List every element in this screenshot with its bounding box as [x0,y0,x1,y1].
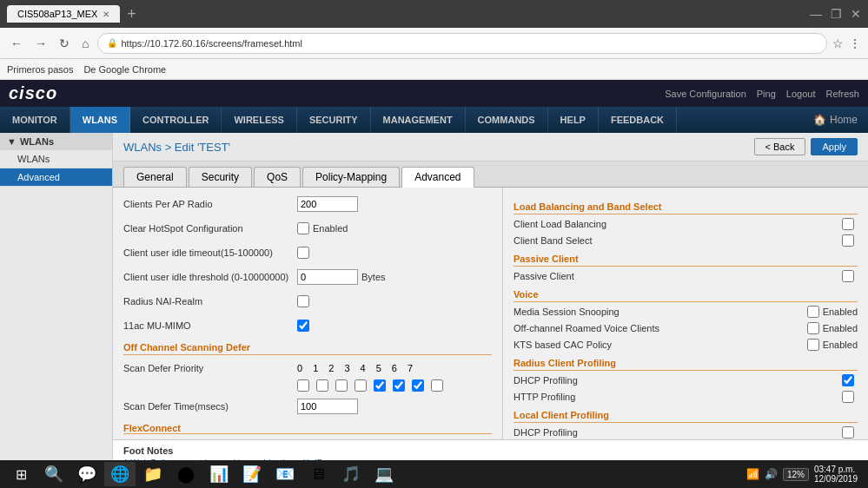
taskbar-search[interactable]: 🔍 [38,462,70,486]
logout-link[interactable]: Logout [786,89,816,99]
tab-close-icon[interactable]: ✕ [103,10,109,19]
scan-defer-0[interactable] [297,379,309,392]
breadcrumb-text: WLANs > Edit 'TEST' [123,141,230,154]
tab-qos[interactable]: QoS [254,167,301,187]
tab-policy-mapping[interactable]: Policy-Mapping [302,167,400,187]
taskbar-cortana[interactable]: 💬 [71,462,103,486]
http-profiling-row: HTTP Profiling [514,391,858,403]
scan-defer-priority-label: Scan Defer Priority [123,363,297,373]
scan-defer-time-row: Scan Defer Time(msecs) [123,397,492,416]
nav-help[interactable]: HELP [548,107,599,133]
mu-mimo-checkbox[interactable] [297,320,309,332]
scan-defer-3[interactable] [354,379,367,392]
off-channel-roamed-checkbox[interactable] [807,322,819,334]
media-session-snooping-row: Media Session Snooping Enabled [514,306,858,318]
nav-feedback[interactable]: FEEDBACK [599,107,677,133]
close-button[interactable]: ✕ [851,7,861,21]
new-tab-button[interactable]: + [127,5,136,23]
apply-button[interactable]: Apply [811,138,858,155]
browser-tab[interactable]: CIS508aP13_MEX ✕ [7,5,120,23]
bookmark-primeros[interactable]: Primeros pasos [7,64,73,75]
scan-defer-6[interactable] [412,379,424,392]
client-idle-checkbox[interactable] [297,247,309,259]
client-load-balancing-row: Client Load Balancing [514,218,858,230]
restore-button[interactable]: ❐ [831,7,842,21]
tab-security[interactable]: Security [189,167,252,187]
tab-advanced[interactable]: Advanced [401,167,474,188]
menu-icon[interactable]: ⋮ [849,36,861,50]
home-nav-button[interactable]: ⌂ [78,35,92,52]
radius-nai-row: Radius NAI-Realm [123,292,492,311]
save-configuration-link[interactable]: Save Configuration [665,89,746,99]
radius-nai-label: Radius NAI-Realm [123,296,297,307]
start-button[interactable]: ⊞ [3,462,38,486]
http-profiling-label: HTTP Profiling [514,392,842,402]
dhcp-profiling-row: DHCP Profiling [514,374,858,386]
clients-per-ap-input[interactable] [297,196,358,212]
local-dhcp-profiling-checkbox[interactable] [842,426,854,439]
taskbar-app6[interactable]: 💻 [368,462,400,486]
sidebar-group-wlans[interactable]: ▼ WLANs [0,133,112,150]
voice-header: Voice [514,289,858,302]
footnotes-header: Foot Notes [123,445,858,456]
dhcp-profiling-checkbox[interactable] [842,374,854,386]
back-button[interactable]: < Back [754,138,806,155]
passive-client-label: Passive Client [514,271,842,281]
taskbar-chrome[interactable]: ⬤ [170,462,202,486]
off-channel-roamed-label: Off-channel Roamed Voice Clients [514,323,807,333]
nav-monitor[interactable]: MONITOR [0,107,70,133]
http-profiling-checkbox[interactable] [842,391,854,403]
address-bar[interactable]: 🔒 https://10.172.60.16/screens/frameset.… [97,33,827,54]
sidebar-item-advanced[interactable]: Advanced [0,168,112,187]
main-body: WLANs > Edit 'TEST' < Back Apply General… [113,133,868,488]
cisco-header: cisco Save Configuration Ping Logout Ref… [0,80,868,107]
client-band-select-label: Client Band Select [514,235,842,246]
taskbar-app2[interactable]: 📝 [236,462,268,486]
star-icon[interactable]: ☆ [832,36,844,50]
client-band-select-checkbox[interactable] [842,234,854,247]
client-idle-threshold-input[interactable] [297,269,358,285]
battery-indicator: 12% [783,468,809,481]
nav-home[interactable]: 🏠 Home [803,114,868,126]
tab-general[interactable]: General [123,167,187,187]
kts-cac-checkbox[interactable] [807,339,819,351]
reload-button[interactable]: ↻ [56,35,73,52]
taskbar-explorer[interactable]: 📁 [137,462,169,486]
passive-client-checkbox[interactable] [842,270,854,282]
minimize-button[interactable]: — [810,7,822,21]
nav-wlans[interactable]: WLANs [70,107,130,133]
radius-nai-checkbox[interactable] [297,295,309,307]
tab-bar: General Security QoS Policy-Mapping Adva… [113,162,868,188]
scan-defer-time-input[interactable] [297,399,358,414]
sidebar: ▼ WLANs WLANs Advanced [0,133,113,488]
scan-defer-4[interactable] [374,379,386,392]
clients-per-ap-label: Clients Per AP Radio [123,199,297,209]
client-load-balancing-checkbox[interactable] [842,218,854,230]
sidebar-item-wlans[interactable]: WLANs [0,150,112,168]
bookmark-google-chrome[interactable]: De Google Chrome [83,64,166,75]
taskbar-app5[interactable]: 🎵 [335,462,367,486]
scan-defer-time-label: Scan Defer Time(msecs) [123,401,297,412]
nav-security[interactable]: SECURITY [297,107,371,133]
scan-defer-5[interactable] [393,379,405,392]
ping-link[interactable]: Ping [757,89,776,99]
nav-commands[interactable]: COMMANDS [466,107,548,133]
taskbar-browser[interactable]: 🌐 [104,462,136,486]
scan-defer-1[interactable] [316,379,328,392]
forward-nav-button[interactable]: → [31,35,50,52]
local-dhcp-profiling-row: DHCP Profiling [514,426,858,439]
clear-hotspot-checkbox[interactable] [297,222,309,234]
taskbar-app1[interactable]: 📊 [203,462,235,486]
cisco-nav: MONITOR WLANs CONTROLLER WIRELESS SECURI… [0,107,868,133]
scan-defer-7[interactable] [431,379,443,392]
media-session-checkbox[interactable] [807,306,819,318]
back-nav-button[interactable]: ← [7,35,26,52]
taskbar-app4[interactable]: 🖥 [302,462,334,486]
nav-wireless[interactable]: WIRELESS [222,107,296,133]
nav-management[interactable]: MANAGEMENT [371,107,466,133]
refresh-link[interactable]: Refresh [825,89,859,99]
off-channel-roamed-row: Off-channel Roamed Voice Clients Enabled [514,322,858,334]
scan-defer-2[interactable] [335,379,348,392]
nav-controller[interactable]: CONTROLLER [130,107,222,133]
taskbar-app3[interactable]: 📧 [269,462,301,486]
